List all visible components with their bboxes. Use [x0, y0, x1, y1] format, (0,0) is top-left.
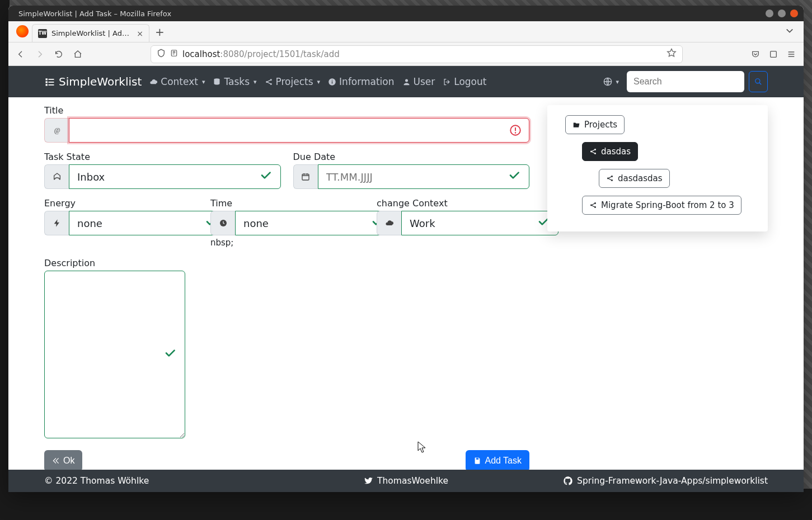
save-icon [473, 457, 481, 465]
svg-rect-1 [771, 51, 777, 57]
share-nodes-icon [606, 174, 614, 182]
tab-title: SimpleWorklist | Add Task [51, 29, 132, 37]
new-tab-button[interactable]: + [155, 25, 165, 39]
svg-rect-13 [302, 174, 309, 180]
nav-context[interactable]: Context ▾ [149, 76, 205, 87]
projects-panel: Projects dasdas dasdasdas [547, 105, 768, 231]
description-label: Description [44, 258, 529, 268]
address-bar[interactable]: localhost:8080/project/1501/task/add [151, 45, 683, 63]
projects-root-pill[interactable]: Projects [565, 115, 625, 134]
extension-icon[interactable] [766, 46, 781, 62]
share-nodes-icon [265, 78, 273, 86]
tabs-overflow-icon[interactable] [786, 27, 794, 36]
cloud-icon [377, 211, 401, 235]
project-node-dasdasdas[interactable]: dasdasdas [599, 169, 670, 188]
cloud-icon [149, 78, 158, 86]
form-actions: Ok Add Task [44, 450, 529, 470]
project-node-label: dasdasdas [618, 173, 663, 183]
forward-button[interactable] [32, 46, 48, 62]
search-button[interactable] [749, 71, 768, 92]
due-date-label: Due Date [293, 152, 530, 162]
caret-down-icon: ▾ [317, 78, 321, 86]
database-icon [213, 78, 221, 86]
browser-tab[interactable]: TW SimpleWorklist | Add Task × [32, 24, 149, 42]
search-input[interactable] [627, 71, 744, 92]
due-date-input[interactable] [318, 164, 530, 189]
url-host: localhost [182, 49, 220, 59]
url-rest: :8080/project/1501/task/add [220, 49, 340, 59]
nav-user-label: User [414, 76, 435, 87]
nav-user[interactable]: User [402, 76, 435, 87]
brand-text: SimpleWorklist [59, 75, 142, 88]
page-viewport: SimpleWorklist Context ▾ Tasks ▾ Project… [8, 66, 804, 492]
svg-point-9 [405, 79, 408, 82]
footer-twitter-handle: ThomasWoehlke [377, 476, 448, 486]
app-menu-icon[interactable] [783, 46, 799, 62]
ok-button-label: Ok [63, 456, 74, 466]
nav-tasks[interactable]: Tasks ▾ [213, 76, 256, 87]
time-select[interactable] [235, 211, 392, 235]
context-select[interactable] [401, 211, 558, 235]
window-minimize-button[interactable] [766, 10, 773, 17]
footer-twitter-link[interactable]: ThomasWoehlke [364, 476, 448, 486]
energy-label: Energy [44, 198, 197, 209]
inbox-icon [44, 164, 69, 189]
caret-down-icon: ▾ [254, 78, 257, 86]
chevrons-left-icon [52, 457, 60, 465]
connection-info-icon[interactable] [170, 49, 178, 59]
share-nodes-icon [589, 148, 597, 155]
twitter-icon [364, 476, 373, 485]
nav-logout-label: Logout [454, 76, 486, 87]
ok-button[interactable]: Ok [44, 450, 82, 470]
share-nodes-icon [589, 201, 597, 209]
add-task-button[interactable]: Add Task [466, 450, 529, 470]
tab-strip: TW SimpleWorklist | Add Task × + [8, 21, 804, 42]
browser-window: SimpleWorklist | Add Task – Mozilla Fire… [8, 6, 804, 492]
nav-projects[interactable]: Projects ▾ [265, 76, 321, 87]
language-switch[interactable]: ▾ [603, 77, 619, 86]
window-titlebar: SimpleWorklist | Add Task – Mozilla Fire… [8, 6, 804, 21]
svg-point-11 [755, 79, 760, 83]
browser-toolbar: localhost:8080/project/1501/task/add [8, 42, 804, 66]
title-group: @ [44, 118, 529, 143]
tab-close-icon[interactable]: × [137, 29, 143, 38]
svg-rect-8 [332, 79, 332, 80]
github-icon [564, 476, 572, 485]
footer-repo: Spring-Framework-Java-Apps/simpleworklis… [577, 476, 768, 486]
reload-button[interactable] [51, 46, 67, 62]
tracking-shield-icon[interactable] [157, 49, 166, 60]
home-button[interactable] [70, 46, 86, 62]
pocket-icon[interactable] [748, 46, 763, 62]
site-navbar: SimpleWorklist Context ▾ Tasks ▾ Project… [8, 66, 804, 97]
project-node-migrate[interactable]: Migrate Spring-Boot from 2 to 3 [582, 196, 741, 215]
project-node-dasdas[interactable]: dasdas [582, 142, 638, 161]
window-title: SimpleWorklist | Add Task – Mozilla Fire… [14, 10, 766, 18]
caret-down-icon: ▾ [202, 78, 205, 86]
logout-icon [443, 78, 451, 86]
at-sign-icon: @ [44, 118, 69, 143]
nav-context-label: Context [161, 76, 198, 87]
firefox-logo-icon [16, 25, 29, 37]
nav-information-label: Information [339, 76, 394, 87]
time-help-text: nbsp; [210, 238, 363, 248]
bookmark-star-icon[interactable] [667, 48, 677, 60]
nav-tasks-label: Tasks [224, 76, 250, 87]
task-state-select[interactable] [69, 164, 281, 189]
nav-information[interactable]: Information [328, 76, 394, 87]
brand[interactable]: SimpleWorklist [44, 75, 142, 88]
window-maximize-button[interactable] [778, 10, 786, 17]
window-close-button[interactable] [790, 10, 798, 17]
title-input[interactable] [69, 118, 529, 143]
description-textarea[interactable] [44, 271, 185, 438]
globe-icon [603, 77, 612, 86]
side-column: Projects dasdas dasdasdas [547, 105, 768, 470]
project-node-label: Migrate Spring-Boot from 2 to 3 [601, 200, 734, 210]
nav-logout[interactable]: Logout [443, 76, 486, 87]
context-label: change Context [377, 198, 529, 209]
energy-select[interactable] [69, 211, 226, 235]
calendar-icon [293, 164, 318, 189]
search-icon [754, 78, 762, 86]
list-icon [44, 76, 55, 87]
footer-github-link[interactable]: Spring-Framework-Java-Apps/simpleworklis… [564, 476, 768, 486]
back-button[interactable] [13, 46, 29, 62]
